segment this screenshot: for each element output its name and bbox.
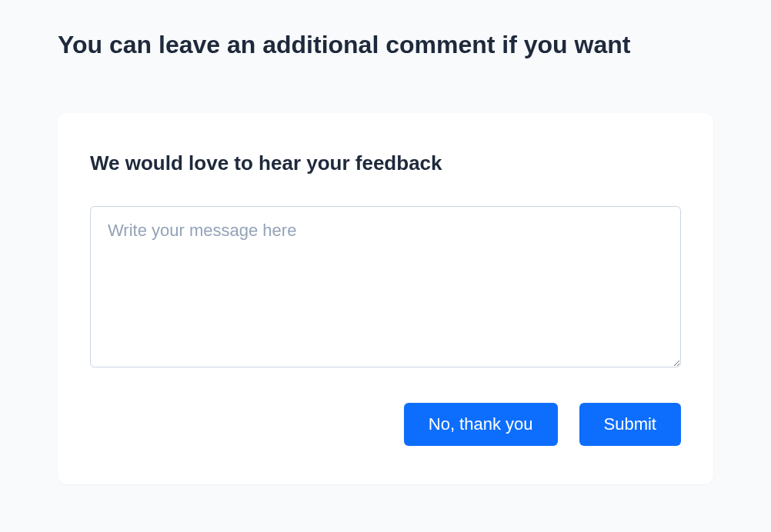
card-title: We would love to hear your feedback bbox=[90, 151, 681, 175]
dismiss-button[interactable]: No, thank you bbox=[404, 403, 558, 446]
feedback-card: We would love to hear your feedback No, … bbox=[58, 113, 713, 484]
page-title: You can leave an additional comment if y… bbox=[58, 31, 713, 59]
submit-button[interactable]: Submit bbox=[579, 403, 681, 446]
button-row: No, thank you Submit bbox=[90, 403, 681, 446]
feedback-textarea[interactable] bbox=[90, 206, 681, 367]
